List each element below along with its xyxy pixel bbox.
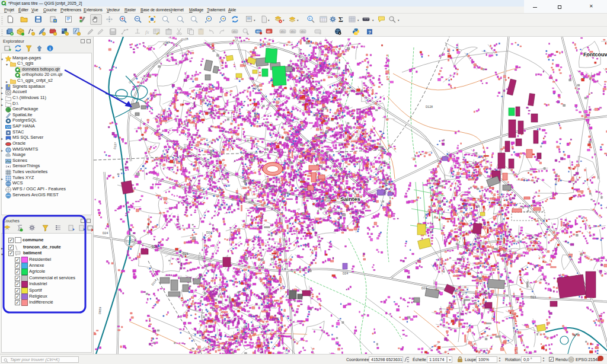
svg-text:abc: abc [233,30,238,33]
svg-text:D24: D24 [206,231,212,234]
svg-text:?: ? [368,30,371,35]
svg-text:Fontcouverte: Fontcouverte [583,52,607,58]
svg-text:D24: D24 [343,272,348,275]
svg-text:D24: D24 [531,295,536,299]
svg-text:ab: ab [267,30,271,33]
svg-text:Saintes: Saintes [340,196,360,202]
svg-text:D24: D24 [421,286,427,290]
svg-text:abc: abc [281,30,286,33]
svg-text:D24: D24 [152,245,157,248]
svg-text:D24: D24 [484,291,489,295]
svg-text:abc: abc [301,30,306,33]
svg-text:D939: D939 [98,306,102,314]
svg-text:D128: D128 [426,105,433,108]
svg-text:D24: D24 [103,231,108,235]
svg-text:D24: D24 [258,265,264,269]
svg-text:Σ: Σ [338,15,343,23]
svg-text:i: i [309,16,311,21]
svg-text:abc: abc [291,30,296,33]
svg-text:D24: D24 [183,252,188,256]
svg-text:fx: fx [145,29,149,35]
